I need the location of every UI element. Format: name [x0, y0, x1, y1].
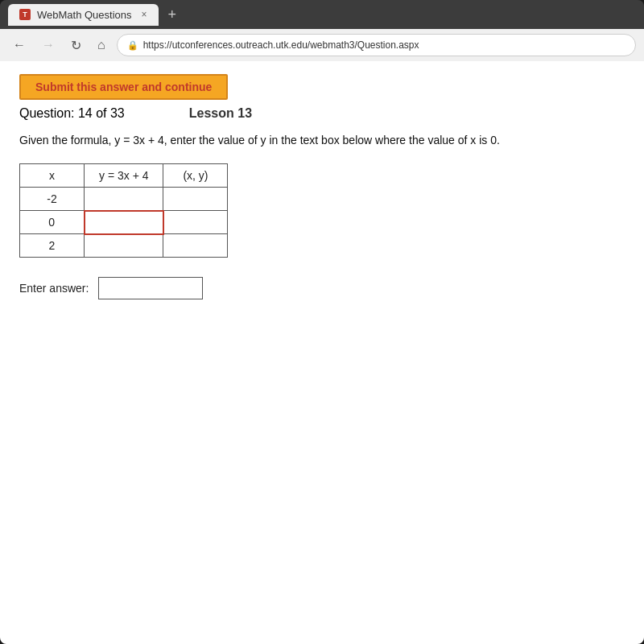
question-label-group: Question: 14 of 33 — [19, 106, 125, 121]
table-row: 2 — [20, 234, 228, 258]
question-text: Given the formula, y = 3x + 4, enter the… — [19, 132, 625, 149]
refresh-button[interactable]: ↻ — [66, 36, 86, 55]
table-cell-x: -2 — [20, 188, 85, 211]
table-cell-y — [85, 234, 163, 258]
enter-answer-row: Enter answer: — [19, 277, 625, 299]
tab-close-button[interactable]: × — [142, 9, 147, 20]
title-bar: T WebMath Questions × + — [0, 0, 644, 29]
question-number: 14 of 33 — [78, 106, 125, 120]
table-cell-y — [85, 188, 163, 211]
submit-bar: Submit this answer and continue — [19, 74, 625, 100]
new-tab-button[interactable]: + — [168, 6, 177, 23]
table-cell-x: 0 — [20, 211, 85, 234]
nav-bar: ← → ↻ ⌂ 🔒 https://utconferences.outreach… — [0, 29, 644, 61]
table-cell-xy — [163, 234, 228, 258]
forward-button[interactable]: → — [37, 36, 60, 54]
enter-answer-label: Enter answer: — [19, 282, 89, 295]
formula-table: x y = 3x + 4 (x, y) -202 — [19, 163, 228, 258]
submit-button[interactable]: Submit this answer and continue — [19, 74, 228, 100]
address-bar[interactable]: 🔒 https://utconferences.outreach.utk.edu… — [117, 34, 636, 56]
address-text: https://utconferences.outreach.utk.edu/w… — [143, 39, 419, 51]
answer-input[interactable] — [98, 277, 203, 299]
table-header-y: y = 3x + 4 — [85, 164, 163, 188]
table-cell-xy — [163, 211, 228, 234]
tab-favicon: T — [19, 9, 31, 20]
table-row: 0 — [20, 211, 228, 234]
browser-window: T WebMath Questions × + ← → ↻ ⌂ 🔒 https:… — [0, 0, 644, 644]
lock-icon: 🔒 — [127, 40, 138, 51]
page-content: Submit this answer and continue Question… — [0, 61, 644, 644]
table-row: -2 — [20, 188, 228, 211]
question-info: Question: 14 of 33 Lesson 13 — [19, 106, 625, 121]
table-cell-xy — [163, 188, 228, 211]
tab-title: WebMath Questions — [37, 9, 132, 21]
table-cell-y[interactable] — [85, 211, 163, 234]
table-cell-x: 2 — [20, 234, 85, 258]
back-button[interactable]: ← — [8, 36, 31, 54]
browser-tab[interactable]: T WebMath Questions × — [8, 4, 159, 26]
lesson-label: Lesson 13 — [189, 106, 252, 121]
table-header-xy: (x, y) — [163, 164, 228, 188]
home-button[interactable]: ⌂ — [93, 36, 110, 54]
table-header-x: x — [20, 164, 85, 188]
question-label: Question: — [19, 106, 74, 120]
